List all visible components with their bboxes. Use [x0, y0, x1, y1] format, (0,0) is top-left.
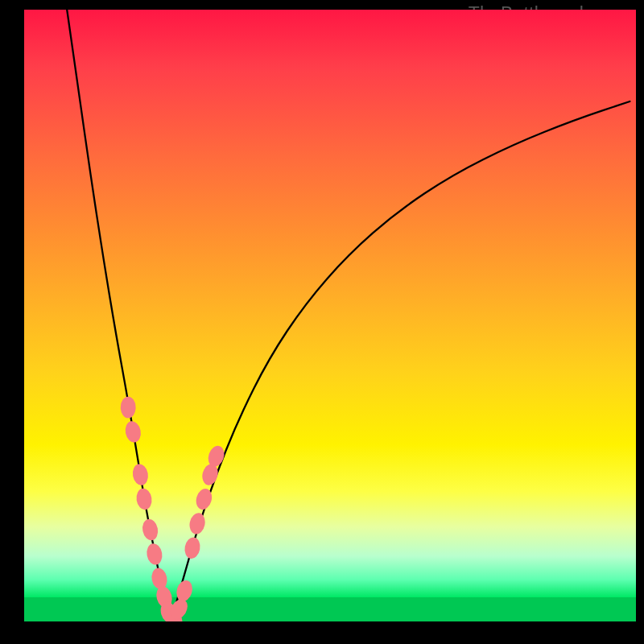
highlight-point — [141, 518, 160, 542]
highlight-point — [131, 463, 150, 486]
chart-frame — [24, 10, 636, 621]
highlight-points-group — [121, 397, 227, 621]
curve-svg — [24, 10, 636, 621]
highlight-point — [123, 420, 142, 444]
highlight-point — [183, 536, 201, 560]
highlight-point — [150, 567, 169, 591]
highlight-point — [121, 397, 136, 419]
highlight-point — [135, 487, 154, 510]
highlight-point — [145, 543, 163, 566]
series-bottleneck-curve-right — [171, 101, 630, 621]
highlight-point — [188, 512, 207, 536]
plot-area — [24, 10, 636, 621]
